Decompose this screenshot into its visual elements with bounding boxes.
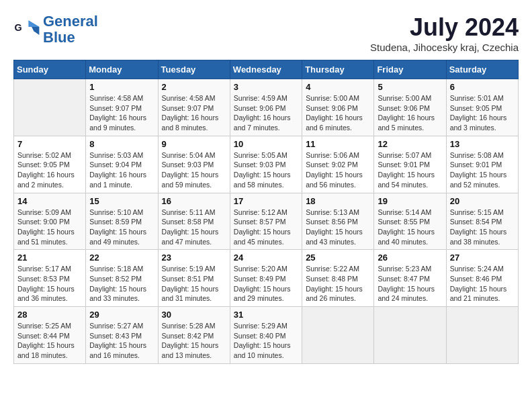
day-number: 18 — [306, 196, 370, 206]
day-info: Sunrise: 5:20 AM Sunset: 8:49 PM Dayligh… — [234, 264, 298, 304]
day-info: Sunrise: 5:23 AM Sunset: 8:47 PM Dayligh… — [378, 264, 442, 304]
day-number: 6 — [450, 82, 515, 92]
day-number: 27 — [450, 253, 515, 263]
day-number: 19 — [378, 196, 442, 206]
day-number: 20 — [450, 196, 515, 206]
calendar-cell: 17Sunrise: 5:12 AM Sunset: 8:57 PM Dayli… — [230, 193, 302, 250]
logo-icon: G — [13, 16, 40, 43]
day-info: Sunrise: 5:17 AM Sunset: 8:53 PM Dayligh… — [17, 264, 82, 304]
day-number: 25 — [306, 253, 370, 263]
calendar-cell: 23Sunrise: 5:19 AM Sunset: 8:51 PM Dayli… — [158, 250, 230, 307]
day-info: Sunrise: 5:00 AM Sunset: 9:06 PM Dayligh… — [306, 93, 370, 133]
calendar-cell — [446, 307, 518, 364]
weekday-header-sunday: Sunday — [14, 60, 86, 79]
day-info: Sunrise: 5:28 AM Sunset: 8:42 PM Dayligh… — [162, 321, 226, 361]
calendar-cell: 2Sunrise: 4:58 AM Sunset: 9:07 PM Daylig… — [158, 79, 230, 136]
weekday-header-saturday: Saturday — [446, 60, 518, 79]
day-number: 30 — [162, 310, 226, 320]
day-number: 14 — [17, 196, 82, 206]
calendar-cell: 6Sunrise: 5:01 AM Sunset: 9:05 PM Daylig… — [446, 79, 518, 136]
calendar-cell: 14Sunrise: 5:09 AM Sunset: 9:00 PM Dayli… — [14, 193, 86, 250]
day-info: Sunrise: 5:00 AM Sunset: 9:06 PM Dayligh… — [378, 93, 442, 133]
day-info: Sunrise: 5:01 AM Sunset: 9:05 PM Dayligh… — [450, 93, 515, 133]
calendar-cell: 12Sunrise: 5:07 AM Sunset: 9:01 PM Dayli… — [374, 136, 446, 193]
day-info: Sunrise: 5:09 AM Sunset: 9:00 PM Dayligh… — [17, 208, 82, 247]
day-number: 29 — [89, 310, 154, 320]
calendar-cell: 19Sunrise: 5:14 AM Sunset: 8:55 PM Dayli… — [374, 193, 446, 250]
calendar-cell: 20Sunrise: 5:15 AM Sunset: 8:54 PM Dayli… — [446, 193, 518, 250]
calendar-table: SundayMondayTuesdayWednesdayThursdayFrid… — [13, 60, 519, 364]
day-info: Sunrise: 5:22 AM Sunset: 8:48 PM Dayligh… — [306, 264, 370, 304]
day-number: 16 — [162, 196, 226, 206]
day-number: 23 — [162, 253, 226, 263]
day-info: Sunrise: 5:12 AM Sunset: 8:57 PM Dayligh… — [234, 208, 298, 247]
day-number: 2 — [162, 82, 226, 92]
calendar-week-row: 14Sunrise: 5:09 AM Sunset: 9:00 PM Dayli… — [14, 193, 519, 250]
day-number: 22 — [89, 253, 154, 263]
calendar-week-row: 28Sunrise: 5:25 AM Sunset: 8:44 PM Dayli… — [14, 307, 519, 364]
calendar-cell: 25Sunrise: 5:22 AM Sunset: 8:48 PM Dayli… — [302, 250, 374, 307]
calendar-cell: 13Sunrise: 5:08 AM Sunset: 9:01 PM Dayli… — [446, 136, 518, 193]
day-number: 12 — [378, 139, 442, 149]
page-header: G General Blue July 2024 Studena, Jihoce… — [13, 13, 519, 53]
day-info: Sunrise: 5:08 AM Sunset: 9:01 PM Dayligh… — [450, 150, 515, 190]
day-info: Sunrise: 5:02 AM Sunset: 9:05 PM Dayligh… — [17, 150, 82, 190]
calendar-cell: 26Sunrise: 5:23 AM Sunset: 8:47 PM Dayli… — [374, 250, 446, 307]
day-number: 31 — [234, 310, 298, 320]
day-number: 21 — [17, 253, 82, 263]
calendar-cell: 15Sunrise: 5:10 AM Sunset: 8:59 PM Dayli… — [86, 193, 158, 250]
day-info: Sunrise: 5:14 AM Sunset: 8:55 PM Dayligh… — [378, 208, 442, 247]
day-number: 9 — [162, 139, 226, 149]
day-number: 11 — [306, 139, 370, 149]
day-info: Sunrise: 5:10 AM Sunset: 8:59 PM Dayligh… — [89, 208, 154, 247]
day-number: 24 — [234, 253, 298, 263]
day-info: Sunrise: 5:24 AM Sunset: 8:46 PM Dayligh… — [450, 264, 515, 304]
logo: G General Blue — [13, 13, 98, 46]
day-info: Sunrise: 4:58 AM Sunset: 9:07 PM Dayligh… — [162, 93, 226, 133]
weekday-header-thursday: Thursday — [302, 60, 374, 79]
day-info: Sunrise: 5:11 AM Sunset: 8:58 PM Dayligh… — [162, 208, 226, 247]
weekday-header-wednesday: Wednesday — [230, 60, 302, 79]
day-info: Sunrise: 5:05 AM Sunset: 9:03 PM Dayligh… — [234, 150, 298, 190]
day-info: Sunrise: 5:25 AM Sunset: 8:44 PM Dayligh… — [17, 321, 82, 361]
day-number: 3 — [234, 82, 298, 92]
calendar-cell — [374, 307, 446, 364]
day-info: Sunrise: 5:29 AM Sunset: 8:40 PM Dayligh… — [234, 321, 298, 361]
calendar-cell: 1Sunrise: 4:58 AM Sunset: 9:07 PM Daylig… — [86, 79, 158, 136]
month-title: July 2024 — [370, 13, 519, 42]
day-info: Sunrise: 5:03 AM Sunset: 9:04 PM Dayligh… — [89, 150, 154, 190]
day-info: Sunrise: 5:15 AM Sunset: 8:54 PM Dayligh… — [450, 208, 515, 247]
day-info: Sunrise: 5:06 AM Sunset: 9:02 PM Dayligh… — [306, 150, 370, 190]
calendar-cell: 24Sunrise: 5:20 AM Sunset: 8:49 PM Dayli… — [230, 250, 302, 307]
title-block: July 2024 Studena, Jihocesky kraj, Czech… — [370, 13, 519, 53]
calendar-cell: 29Sunrise: 5:27 AM Sunset: 8:43 PM Dayli… — [86, 307, 158, 364]
weekday-header-monday: Monday — [86, 60, 158, 79]
calendar-cell: 8Sunrise: 5:03 AM Sunset: 9:04 PM Daylig… — [86, 136, 158, 193]
calendar-cell: 3Sunrise: 4:59 AM Sunset: 9:06 PM Daylig… — [230, 79, 302, 136]
day-number: 8 — [89, 139, 154, 149]
day-number: 13 — [450, 139, 515, 149]
calendar-cell: 7Sunrise: 5:02 AM Sunset: 9:05 PM Daylig… — [14, 136, 86, 193]
calendar-cell — [302, 307, 374, 364]
calendar-cell — [14, 79, 86, 136]
calendar-cell: 30Sunrise: 5:28 AM Sunset: 8:42 PM Dayli… — [158, 307, 230, 364]
day-number: 5 — [378, 82, 442, 92]
day-number: 1 — [89, 82, 154, 92]
day-info: Sunrise: 5:27 AM Sunset: 8:43 PM Dayligh… — [89, 321, 154, 361]
day-info: Sunrise: 5:18 AM Sunset: 8:52 PM Dayligh… — [89, 264, 154, 304]
day-number: 15 — [89, 196, 154, 206]
day-number: 7 — [17, 139, 82, 149]
calendar-cell: 4Sunrise: 5:00 AM Sunset: 9:06 PM Daylig… — [302, 79, 374, 136]
calendar-cell: 21Sunrise: 5:17 AM Sunset: 8:53 PM Dayli… — [14, 250, 86, 307]
calendar-cell: 11Sunrise: 5:06 AM Sunset: 9:02 PM Dayli… — [302, 136, 374, 193]
weekday-header-friday: Friday — [374, 60, 446, 79]
day-info: Sunrise: 4:58 AM Sunset: 9:07 PM Dayligh… — [89, 93, 154, 133]
day-info: Sunrise: 5:19 AM Sunset: 8:51 PM Dayligh… — [162, 264, 226, 304]
calendar-cell: 18Sunrise: 5:13 AM Sunset: 8:56 PM Dayli… — [302, 193, 374, 250]
day-number: 17 — [234, 196, 298, 206]
day-info: Sunrise: 5:07 AM Sunset: 9:01 PM Dayligh… — [378, 150, 442, 190]
calendar-week-row: 7Sunrise: 5:02 AM Sunset: 9:05 PM Daylig… — [14, 136, 519, 193]
day-number: 28 — [17, 310, 82, 320]
calendar-cell: 28Sunrise: 5:25 AM Sunset: 8:44 PM Dayli… — [14, 307, 86, 364]
calendar-cell: 31Sunrise: 5:29 AM Sunset: 8:40 PM Dayli… — [230, 307, 302, 364]
